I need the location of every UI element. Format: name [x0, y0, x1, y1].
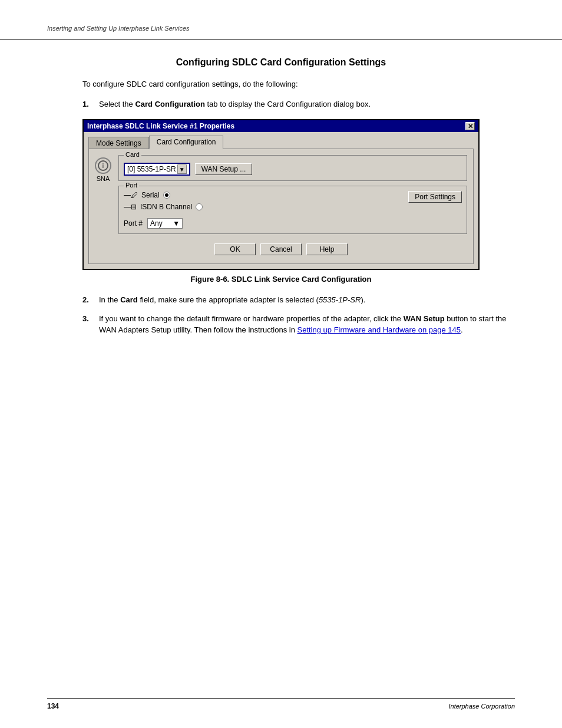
card-group-box: Card [0] 5535-1P-SR ▼ WAN Setup ... [118, 155, 467, 181]
steps-list: 1. Select the Card Configuration tab to … [82, 98, 515, 110]
step-2: 2. In the Card field, make sure the appr… [82, 294, 515, 306]
dialog-inner: i SNA Card [95, 155, 467, 239]
isdn-port-icon: —⊟ [124, 203, 137, 211]
dialog-title: Interphase SDLC Link Service #1 Properti… [87, 122, 234, 130]
card-group-label: Card [124, 151, 141, 158]
sna-icon-area: i SNA [95, 157, 111, 239]
serial-label: Serial [141, 191, 160, 199]
wan-setup-button[interactable]: WAN Setup ... [195, 163, 253, 175]
section-title: Configuring SDLC Card Configuration Sett… [47, 57, 515, 68]
step-3-number: 3. [82, 313, 94, 336]
isdn-radio-row: —⊟ ISDN B Channel [124, 203, 404, 211]
step-1-content: Select the Card Configuration tab to dis… [99, 98, 515, 110]
step-2-bold: Card [120, 295, 138, 304]
step-3-link[interactable]: Setting up Firmware and Hardware on page… [297, 325, 461, 334]
step-3: 3. If you want to change the default fir… [82, 313, 515, 336]
card-row: [0] 5535-1P-SR ▼ WAN Setup ... [124, 163, 462, 176]
dialog-buttons: OK Cancel Help [95, 239, 467, 258]
step-3-bold: WAN Setup [404, 314, 445, 323]
port-hash-label: Port # [124, 219, 143, 228]
footer-page-number: 134 [47, 702, 59, 710]
port-hash-row: Port # Any ▼ [124, 218, 404, 229]
card-dropdown[interactable]: [0] 5535-1P-SR ▼ [124, 163, 190, 176]
step-1: 1. Select the Card Configuration tab to … [82, 98, 515, 110]
step-2-content: In the Card field, make sure the appropr… [99, 294, 515, 306]
step-3-content: If you want to change the default firmwa… [99, 313, 515, 336]
cancel-button[interactable]: Cancel [260, 243, 302, 255]
steps-list-2: 2. In the Card field, make sure the appr… [82, 294, 515, 336]
port-hash-dropdown[interactable]: Any ▼ [147, 218, 183, 229]
port-settings-button[interactable]: Port Settings [408, 191, 462, 203]
serial-radio-button[interactable] [163, 192, 170, 199]
tab-mode-settings[interactable]: Mode Settings [88, 137, 149, 149]
page-header: Inserting and Setting Up Interphase Link… [0, 0, 562, 39]
step-2-number: 2. [82, 294, 94, 306]
tab-content: i SNA Card [88, 149, 474, 264]
dialog-right-panel: Card [0] 5535-1P-SR ▼ WAN Setup ... [118, 155, 467, 239]
footer-company-name: Interphase Corporation [448, 703, 515, 710]
step-1-bold: Card Configuration [135, 100, 204, 108]
sna-label: SNA [97, 175, 110, 182]
port-group-box: Port —🖊 Serial [118, 186, 467, 234]
port-options: —🖊 Serial —⊟ ISDN B Channel [124, 191, 404, 229]
port-hash-dropdown-arrow-icon: ▼ [173, 219, 180, 228]
step-2-italic: 5535-1P-SR [319, 295, 361, 304]
dialog-close-button[interactable]: ✕ [465, 122, 475, 130]
port-hash-value: Any [150, 219, 163, 228]
figure-caption: Figure 8-6. SDLC Link Service Card Confi… [82, 275, 480, 284]
serial-port-icon: —🖊 [124, 191, 138, 199]
intro-text: To configure SDLC card configuration set… [82, 78, 515, 90]
svg-text:i: i [103, 163, 104, 169]
ok-button[interactable]: OK [214, 243, 256, 255]
dialog-tabs: Mode Settings Card Configuration [88, 136, 474, 149]
main-content: Configuring SDLC Card Configuration Sett… [0, 39, 562, 367]
step-1-number: 1. [82, 98, 94, 110]
dialog-body: Mode Settings Card Configuration [84, 132, 478, 269]
isdn-label: ISDN B Channel [140, 203, 192, 211]
header-text: Inserting and Setting Up Interphase Link… [47, 25, 190, 32]
sna-circle-icon: i [95, 157, 111, 174]
dialog-window: Interphase SDLC Link Service #1 Properti… [82, 119, 480, 270]
page-footer: 134 Interphase Corporation [47, 698, 515, 710]
dialog-titlebar: Interphase SDLC Link Service #1 Properti… [84, 120, 478, 132]
card-dropdown-arrow-icon[interactable]: ▼ [177, 164, 187, 174]
tab-card-configuration[interactable]: Card Configuration [149, 136, 224, 149]
help-button[interactable]: Help [306, 243, 348, 255]
serial-radio-row: —🖊 Serial [124, 191, 404, 199]
port-row: —🖊 Serial —⊟ ISDN B Channel [124, 191, 462, 229]
page-container: Inserting and Setting Up Interphase Link… [0, 0, 562, 728]
card-dropdown-value: [0] 5535-1P-SR [127, 165, 176, 173]
isdn-radio-button[interactable] [196, 203, 203, 210]
port-group-label: Port [124, 182, 139, 189]
